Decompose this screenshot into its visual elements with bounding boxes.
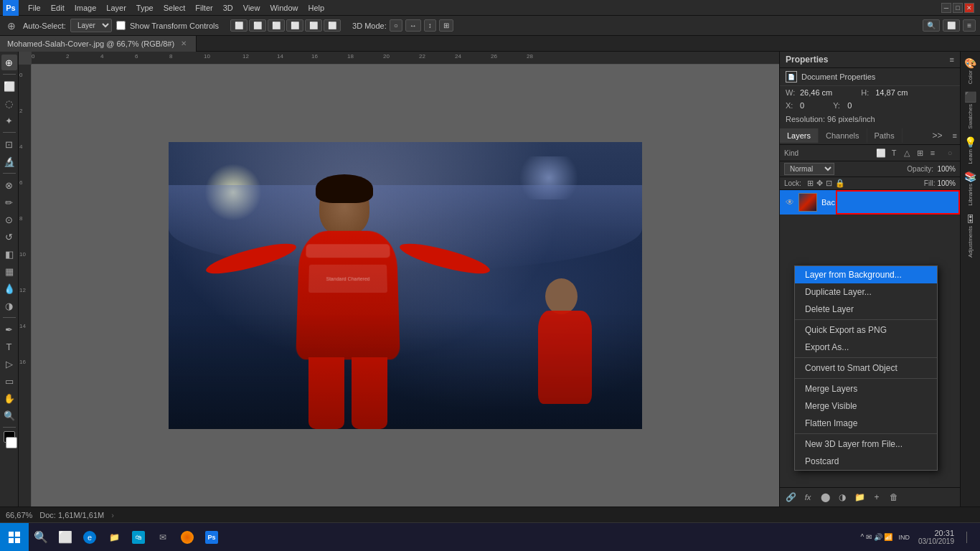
start-button[interactable]	[0, 523, 29, 552]
path-select-tool[interactable]: ▷	[1, 356, 17, 372]
gradient-tool[interactable]: ▦	[1, 263, 17, 279]
filter-toggle[interactable]: ○	[944, 147, 956, 159]
context-menu-item-merge-layers[interactable]: Merge Layers	[795, 380, 937, 397]
menu-type[interactable]: Type	[131, 2, 159, 14]
dodge-tool[interactable]: ◑	[1, 298, 17, 314]
workspace-button[interactable]: ⬜	[943, 19, 960, 32]
context-menu-item-duplicate[interactable]: Duplicate Layer...	[795, 283, 937, 301]
tab-channels[interactable]: Channels	[819, 128, 867, 143]
edge-taskbar-icon[interactable]: e	[77, 523, 102, 552]
3d-pan-button[interactable]: ↔	[405, 19, 421, 32]
close-button[interactable]: ✕	[964, 3, 974, 13]
layers-panel-more[interactable]: >>	[928, 128, 947, 143]
task-view-button[interactable]: ⬜	[53, 523, 77, 552]
properties-menu-icon[interactable]: ≡	[950, 55, 954, 64]
layer-item-background[interactable]: 👁 Bac	[780, 190, 960, 215]
align-bottom-button[interactable]: ⬜	[324, 19, 341, 32]
mail-taskbar-icon[interactable]: ✉	[151, 523, 175, 552]
layers-panel-menu[interactable]: ≡	[950, 128, 960, 143]
shape-tool[interactable]: ▭	[1, 373, 17, 389]
tab-layers[interactable]: Layers	[780, 128, 819, 143]
3d-orbit-button[interactable]: ○	[390, 19, 402, 32]
context-menu-item-3d-layer[interactable]: New 3D Layer from File...	[795, 435, 937, 453]
minimize-button[interactable]: ─	[941, 3, 951, 13]
status-arrow[interactable]: ›	[111, 511, 114, 519]
eyedropper-tool[interactable]: 🔬	[1, 154, 17, 169]
brush-tool[interactable]: ✏	[1, 194, 17, 210]
lasso-tool[interactable]: ◌	[1, 95, 17, 111]
menu-layer[interactable]: Layer	[101, 2, 131, 14]
quick-select-tool[interactable]: ✦	[1, 113, 17, 128]
type-tool[interactable]: T	[1, 339, 17, 354]
crop-tool[interactable]: ⊡	[1, 136, 17, 152]
3d-scale-button[interactable]: ⊞	[439, 19, 453, 32]
new-group-icon[interactable]: 📁	[853, 491, 866, 504]
menu-window[interactable]: Window	[265, 2, 303, 14]
tab-paths[interactable]: Paths	[867, 128, 903, 143]
filter-shape-icon[interactable]: △	[901, 147, 913, 159]
context-menu-item-postcard[interactable]: Postcard	[795, 453, 937, 470]
photoshop-taskbar-icon[interactable]: Ps	[199, 523, 224, 552]
link-layers-icon[interactable]: 🔗	[784, 491, 797, 504]
tab-close-button[interactable]: ✕	[179, 39, 189, 49]
search-taskbar-button[interactable]: 🔍	[29, 523, 53, 552]
background-color[interactable]	[6, 437, 17, 448]
sidebar-item-color[interactable]: 🎨 Color	[961, 55, 980, 87]
sidebar-item-libraries[interactable]: 📚 Libraries	[961, 168, 980, 209]
lock-move-icon[interactable]: ✥	[816, 179, 823, 188]
firefox-taskbar-icon[interactable]	[175, 523, 199, 552]
clone-stamp-tool[interactable]: ⊙	[1, 212, 17, 227]
document-tab[interactable]: Mohamed-Salah-Cover-.jpg @ 66,7% (RGB/8#…	[0, 36, 197, 52]
lock-artboard-icon[interactable]: ⊡	[826, 179, 832, 188]
layer-visibility-icon[interactable]: 👁	[784, 197, 796, 208]
maximize-button[interactable]: □	[953, 3, 963, 13]
menu-view[interactable]: View	[238, 2, 265, 14]
add-mask-icon[interactable]: ⬤	[819, 491, 831, 504]
hand-tool[interactable]: ✋	[1, 390, 17, 406]
menu-file[interactable]: File	[23, 2, 46, 14]
store-taskbar-icon[interactable]: 🛍	[126, 523, 151, 552]
sidebar-item-swatches[interactable]: ⬛ Swatches	[961, 88, 980, 132]
show-desktop-button[interactable]	[957, 523, 974, 552]
align-center-button[interactable]: ⬜	[249, 19, 266, 32]
filter-smart-icon[interactable]: ⊞	[914, 147, 925, 159]
context-menu-item-layer-from-bg[interactable]: Layer from Background...	[795, 266, 937, 283]
explorer-taskbar-icon[interactable]: 📁	[102, 523, 126, 552]
menu-help[interactable]: Help	[303, 2, 330, 14]
sidebar-item-learn[interactable]: 💡 Learn	[961, 133, 980, 166]
align-middle-button[interactable]: ⬜	[305, 19, 322, 32]
context-menu-item-flatten[interactable]: Flatten Image	[795, 415, 937, 432]
arrange-button[interactable]: ≡	[963, 19, 976, 32]
menu-3d[interactable]: 3D	[218, 2, 238, 14]
search-button[interactable]: 🔍	[923, 19, 940, 32]
blur-tool[interactable]: 💧	[1, 281, 17, 296]
menu-select[interactable]: Select	[159, 2, 191, 14]
3d-slide-button[interactable]: ↕	[424, 19, 436, 32]
filter-group-icon[interactable]: ≡	[927, 147, 938, 159]
filter-pixel-icon[interactable]: ⬜	[875, 147, 887, 159]
align-left-button[interactable]: ⬜	[230, 19, 248, 32]
new-layer-icon[interactable]: +	[870, 491, 883, 504]
history-brush-tool[interactable]: ↺	[1, 229, 17, 245]
context-menu-item-quick-export[interactable]: Quick Export as PNG	[795, 321, 937, 339]
menu-image[interactable]: Image	[70, 2, 102, 14]
sidebar-item-adjustments[interactable]: 🎛 Adjustments	[961, 210, 980, 260]
menu-filter[interactable]: Filter	[190, 2, 217, 14]
filter-text-icon[interactable]: T	[888, 147, 900, 159]
transform-controls-checkbox[interactable]	[116, 21, 126, 30]
auto-select-dropdown[interactable]: Layer	[70, 19, 112, 32]
eraser-tool[interactable]: ◧	[1, 246, 17, 262]
adjustment-layer-icon[interactable]: ◑	[836, 491, 849, 504]
marquee-tool[interactable]: ⬜	[1, 78, 17, 94]
align-right-button[interactable]: ⬜	[268, 19, 285, 32]
align-top-button[interactable]: ⬜	[286, 19, 303, 32]
lock-checkerboard-icon[interactable]: ⊞	[807, 179, 814, 188]
lock-all-icon[interactable]: 🔒	[835, 179, 845, 188]
delete-layer-icon[interactable]: 🗑	[887, 491, 900, 504]
move-tool[interactable]: ⊕	[1, 55, 17, 70]
spot-heal-tool[interactable]: ⊗	[1, 177, 17, 193]
context-menu-item-smart-object[interactable]: Convert to Smart Object	[795, 359, 937, 377]
context-menu-item-export-as[interactable]: Export As...	[795, 339, 937, 356]
layer-fx-icon[interactable]: fx	[801, 491, 814, 504]
context-menu-item-delete[interactable]: Delete Layer	[795, 301, 937, 318]
